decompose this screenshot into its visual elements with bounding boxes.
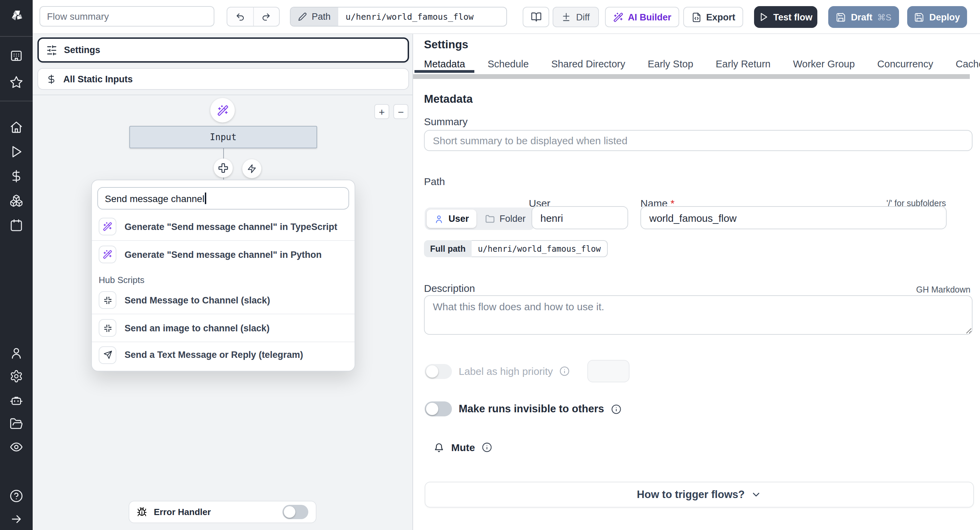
tab-worker-group[interactable]: Worker Group: [783, 59, 864, 73]
dollar-icon: [46, 74, 56, 84]
high-priority-row: Label as high priority: [425, 360, 630, 382]
generate-python-option[interactable]: Generate "Send message channel" in Pytho…: [92, 241, 355, 268]
path-chip[interactable]: Path u/henri/world_famous_flow: [290, 7, 507, 27]
add-step-button[interactable]: [214, 159, 233, 178]
tabs-horizontal-scrollbar[interactable]: [413, 74, 970, 79]
step-search-value: Send message channel: [105, 193, 205, 204]
full-path-label: Full path: [424, 240, 472, 257]
owner-user-segment[interactable]: User: [427, 209, 476, 228]
trigger-step-button[interactable]: [242, 159, 261, 178]
summary-input[interactable]: [424, 130, 972, 151]
step-search-input[interactable]: Send message channel: [97, 187, 349, 209]
workers-bot-icon[interactable]: [10, 394, 23, 408]
settings-tabs: Metadata Schedule Shared Directory Early…: [414, 59, 980, 73]
tab-early-return[interactable]: Early Return: [706, 59, 780, 73]
owner-user-label: User: [449, 214, 469, 224]
book-icon: [530, 11, 541, 22]
owner-folder-segment[interactable]: Folder: [478, 209, 533, 228]
file-code-icon: [691, 12, 701, 22]
resources-icon[interactable]: [10, 194, 23, 208]
zoom-out-button[interactable]: −: [393, 104, 408, 119]
error-handler-node[interactable]: Error Handler: [129, 501, 317, 523]
info-icon[interactable]: [482, 442, 492, 452]
test-flow-button[interactable]: Test flow: [754, 6, 817, 28]
zoom-in-button[interactable]: +: [374, 104, 389, 119]
users-icon[interactable]: [10, 346, 23, 360]
home-icon[interactable]: [10, 121, 23, 134]
help-icon[interactable]: [10, 489, 23, 503]
wand-icon: [613, 12, 623, 22]
tab-shared-directory[interactable]: Shared Directory: [542, 59, 635, 73]
hub-script-option-slack-image[interactable]: Send an image to channel (slack): [92, 314, 355, 341]
tab-cache[interactable]: Cache: [946, 59, 980, 73]
redo-icon: [262, 12, 271, 21]
slack-icon: [99, 319, 116, 337]
sidebar-divider: [0, 101, 33, 102]
all-static-inputs-node[interactable]: All Static Inputs: [37, 68, 409, 90]
error-handler-label: Error Handler: [154, 507, 211, 517]
tab-schedule[interactable]: Schedule: [478, 59, 538, 73]
runs-icon[interactable]: [10, 145, 23, 159]
schedules-calendar-icon[interactable]: [10, 218, 23, 232]
description-textarea[interactable]: [424, 295, 972, 335]
undo-button[interactable]: [227, 8, 253, 26]
summary-label: Summary: [424, 116, 468, 127]
flow-settings-label: Settings: [64, 45, 100, 55]
flow-name-input[interactable]: [640, 206, 947, 229]
tab-concurrency[interactable]: Concurrency: [868, 59, 943, 73]
hub-script-option-telegram-message[interactable]: Send a Text Message or Reply (telegram): [92, 342, 355, 367]
tab-early-stop[interactable]: Early Stop: [638, 59, 703, 73]
metadata-heading: Metadata: [424, 92, 473, 105]
expand-sidebar-arrow-icon[interactable]: [10, 512, 23, 526]
how-to-trigger-flows-label: How to trigger flows?: [637, 489, 745, 501]
info-icon[interactable]: [560, 366, 570, 376]
ai-flow-button[interactable]: [210, 98, 235, 122]
plus-cross-icon: [218, 163, 229, 173]
toggle-knob: [284, 506, 295, 518]
high-priority-toggle[interactable]: [425, 363, 452, 379]
flow-settings-node[interactable]: Settings: [37, 37, 409, 63]
wand-icon: [99, 246, 116, 263]
folders-icon[interactable]: [10, 417, 23, 431]
bug-icon: [137, 507, 147, 517]
tab-metadata[interactable]: Metadata: [414, 59, 475, 73]
step-search-dropdown: Send message channel Generate "Send mess…: [91, 179, 355, 371]
info-icon[interactable]: [611, 404, 621, 414]
toggle-knob: [426, 365, 438, 377]
error-handler-toggle[interactable]: [282, 505, 308, 519]
settings-gear-icon[interactable]: [10, 370, 23, 383]
text-caret: [205, 192, 206, 204]
path-chip-label: Path: [291, 8, 338, 26]
audit-logs-eye-icon[interactable]: [10, 440, 23, 454]
flow-summary-input[interactable]: [40, 6, 215, 27]
docs-button[interactable]: [523, 7, 549, 27]
invisible-runs-label: Make runs invisible to others: [459, 403, 604, 415]
pencil-icon: [298, 12, 307, 21]
deploy-button[interactable]: Deploy: [907, 6, 967, 28]
diff-button[interactable]: Diff: [553, 7, 599, 27]
export-button[interactable]: Export: [683, 7, 743, 27]
chevron-down-icon: [751, 489, 762, 500]
wand-icon: [217, 105, 228, 116]
full-path-value: u/henri/world_famous_flow: [472, 240, 608, 257]
panel-title: Settings: [424, 38, 468, 51]
draft-button[interactable]: Draft ⌘S: [828, 6, 899, 28]
ai-builder-button[interactable]: AI Builder: [605, 7, 679, 27]
workspace-icon[interactable]: [10, 49, 23, 63]
canvas-divider: [33, 95, 412, 95]
generate-typescript-option[interactable]: Generate "Send message channel" in TypeS…: [92, 213, 355, 240]
diff-label: Diff: [576, 12, 590, 22]
redo-button[interactable]: [253, 8, 279, 26]
topbar: Path u/henri/world_famous_flow Diff AI B…: [33, 0, 980, 34]
ai-builder-label: AI Builder: [628, 12, 671, 22]
user-icon: [434, 214, 444, 224]
favorites-star-icon[interactable]: [10, 76, 23, 89]
hub-script-option-slack-message[interactable]: Send Message to Channel (slack): [92, 286, 355, 314]
how-to-trigger-flows-button[interactable]: How to trigger flows?: [425, 482, 974, 508]
invisible-runs-toggle[interactable]: [425, 401, 452, 416]
owner-user-input[interactable]: [531, 206, 628, 229]
variables-icon[interactable]: [10, 170, 23, 183]
windmill-logo-icon[interactable]: [9, 8, 25, 24]
test-flow-label: Test flow: [773, 12, 812, 22]
input-node[interactable]: Input: [129, 126, 317, 148]
